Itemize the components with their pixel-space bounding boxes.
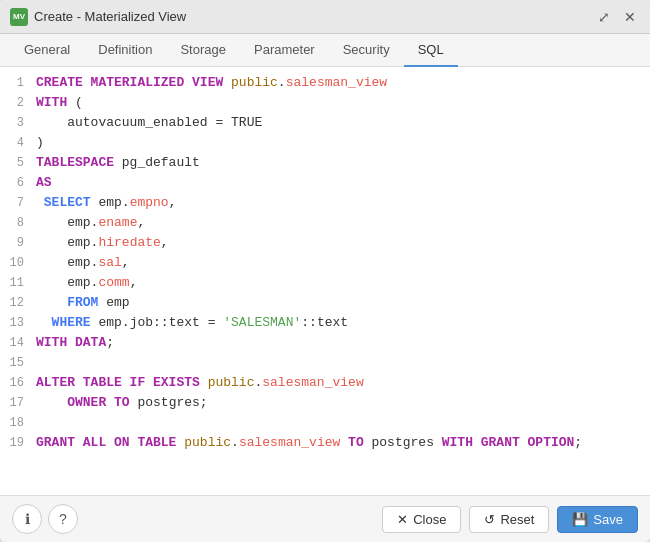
maximize-button[interactable]: ⤢ (594, 7, 614, 27)
tab-security[interactable]: Security (329, 34, 404, 67)
code-line-15: 15 (0, 353, 650, 373)
save-label: Save (593, 512, 623, 527)
code-line-14: 14 WITH DATA; (0, 333, 650, 353)
code-line-19: 19 GRANT ALL ON TABLE public.salesman_vi… (0, 433, 650, 453)
code-line-4: 4 ) (0, 133, 650, 153)
dialog: MV Create - Materialized View ⤢ ✕ Genera… (0, 0, 650, 542)
code-line-17: 17 OWNER TO postgres; (0, 393, 650, 413)
code-line-11: 11 emp.comm, (0, 273, 650, 293)
app-icon-text: MV (13, 12, 25, 21)
code-line-12: 12 FROM emp (0, 293, 650, 313)
app-icon: MV (10, 8, 28, 26)
footer-left: ℹ ? (12, 504, 78, 534)
code-line-13: 13 WHERE emp.job::text = 'SALESMAN'::tex… (0, 313, 650, 333)
tab-parameter[interactable]: Parameter (240, 34, 329, 67)
title-bar: MV Create - Materialized View ⤢ ✕ (0, 0, 650, 34)
reset-label: Reset (500, 512, 534, 527)
code-line-18: 18 (0, 413, 650, 433)
tab-definition[interactable]: Definition (84, 34, 166, 67)
close-window-button[interactable]: ✕ (620, 7, 640, 27)
code-line-7: 7 SELECT emp.empno, (0, 193, 650, 213)
code-line-5: 5 TABLESPACE pg_default (0, 153, 650, 173)
window-title: Create - Materialized View (34, 9, 186, 24)
code-line-10: 10 emp.sal, (0, 253, 650, 273)
code-line-3: 3 autovacuum_enabled = TRUE (0, 113, 650, 133)
title-bar-left: MV Create - Materialized View (10, 8, 186, 26)
code-line-6: 6 AS (0, 173, 650, 193)
close-x-icon: ✕ (397, 512, 408, 527)
reset-button[interactable]: ↺ Reset (469, 506, 549, 533)
window-controls: ⤢ ✕ (594, 7, 640, 27)
footer-right: ✕ Close ↺ Reset 💾 Save (382, 506, 638, 533)
code-line-2: 2 WITH ( (0, 93, 650, 113)
reset-icon: ↺ (484, 512, 495, 527)
sql-code-area: 1 CREATE MATERIALIZED VIEW public.salesm… (0, 67, 650, 495)
info-button[interactable]: ℹ (12, 504, 42, 534)
save-icon: 💾 (572, 512, 588, 527)
close-label: Close (413, 512, 446, 527)
tab-sql[interactable]: SQL (404, 34, 458, 67)
tab-general[interactable]: General (10, 34, 84, 67)
footer: ℹ ? ✕ Close ↺ Reset 💾 Save (0, 495, 650, 542)
save-button[interactable]: 💾 Save (557, 506, 638, 533)
tab-bar: General Definition Storage Parameter Sec… (0, 34, 650, 67)
code-line-16: 16 ALTER TABLE IF EXISTS public.salesman… (0, 373, 650, 393)
code-line-8: 8 emp.ename, (0, 213, 650, 233)
help-button[interactable]: ? (48, 504, 78, 534)
close-button[interactable]: ✕ Close (382, 506, 461, 533)
code-line-1: 1 CREATE MATERIALIZED VIEW public.salesm… (0, 73, 650, 93)
code-line-9: 9 emp.hiredate, (0, 233, 650, 253)
tab-storage[interactable]: Storage (166, 34, 240, 67)
